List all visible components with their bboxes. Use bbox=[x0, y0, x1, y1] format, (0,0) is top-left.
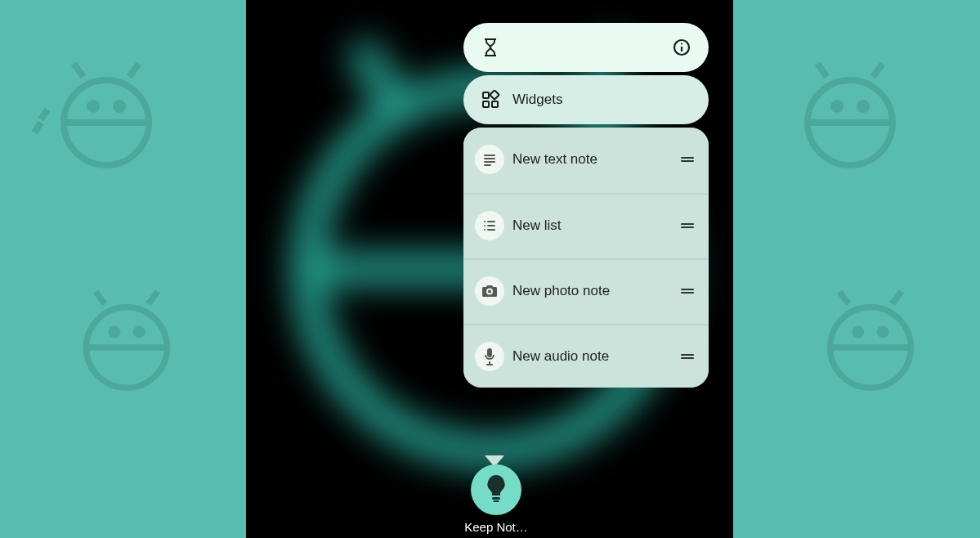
long-press-menu: Widgets New text note New list bbox=[463, 23, 709, 388]
svg-line-13 bbox=[149, 292, 158, 304]
svg-rect-33 bbox=[483, 92, 489, 98]
drag-handle-icon[interactable] bbox=[679, 221, 696, 231]
svg-point-17 bbox=[860, 103, 866, 110]
svg-point-32 bbox=[681, 43, 682, 44]
svg-rect-54 bbox=[486, 364, 493, 365]
svg-line-12 bbox=[96, 292, 105, 304]
shortcut-label: New list bbox=[512, 217, 671, 234]
svg-point-3 bbox=[116, 103, 123, 110]
text-icon bbox=[475, 145, 504, 174]
drag-handle-icon[interactable] bbox=[679, 286, 696, 296]
drag-handle-icon[interactable] bbox=[679, 155, 696, 164]
svg-line-6 bbox=[41, 110, 47, 119]
svg-point-11 bbox=[136, 329, 142, 335]
svg-line-5 bbox=[129, 64, 139, 77]
mic-icon bbox=[475, 342, 504, 371]
mascot-decoration bbox=[768, 41, 932, 204]
app-label: Keep Not… bbox=[447, 520, 545, 534]
hourglass-icon[interactable] bbox=[480, 38, 501, 57]
phone-screen: Widgets New text note New list bbox=[246, 0, 733, 538]
svg-point-22 bbox=[855, 329, 861, 335]
app-actions-row bbox=[463, 23, 709, 72]
svg-line-28 bbox=[358, 46, 399, 106]
shortcut-new-text-note[interactable]: New text note bbox=[463, 128, 709, 191]
drag-handle-icon[interactable] bbox=[679, 352, 696, 361]
svg-line-7 bbox=[34, 123, 41, 132]
shortcut-label: New photo note bbox=[512, 283, 671, 299]
svg-point-47 bbox=[484, 229, 486, 231]
svg-point-2 bbox=[90, 103, 96, 110]
mascot-decoration bbox=[793, 270, 948, 425]
shortcut-label: New text note bbox=[512, 151, 671, 168]
svg-point-43 bbox=[484, 221, 486, 222]
svg-rect-58 bbox=[494, 500, 499, 502]
svg-point-45 bbox=[484, 225, 486, 226]
svg-point-10 bbox=[111, 329, 118, 335]
shortcut-new-list[interactable]: New list bbox=[463, 193, 709, 257]
svg-line-24 bbox=[839, 292, 848, 304]
svg-line-25 bbox=[893, 292, 902, 304]
camera-icon bbox=[475, 276, 504, 306]
svg-rect-34 bbox=[483, 101, 489, 107]
info-icon[interactable] bbox=[671, 38, 692, 57]
keep-app-icon[interactable] bbox=[471, 464, 521, 515]
svg-line-4 bbox=[74, 64, 83, 77]
widgets-icon bbox=[480, 90, 501, 110]
svg-line-19 bbox=[873, 64, 883, 77]
svg-rect-53 bbox=[487, 348, 492, 357]
mascot-decoration bbox=[25, 41, 188, 204]
widgets-button[interactable]: Widgets bbox=[463, 75, 709, 124]
shortcut-new-photo-note[interactable]: New photo note bbox=[463, 258, 709, 322]
svg-point-23 bbox=[879, 329, 886, 335]
svg-rect-36 bbox=[490, 90, 499, 99]
svg-line-18 bbox=[817, 64, 827, 77]
mascot-decoration bbox=[49, 270, 204, 425]
shortcut-new-audio-note[interactable]: New audio note bbox=[463, 324, 709, 388]
list-icon bbox=[475, 211, 504, 240]
svg-point-16 bbox=[834, 103, 840, 110]
lightbulb-icon bbox=[483, 473, 509, 506]
widgets-label: Widgets bbox=[512, 92, 692, 108]
shortcut-label: New audio note bbox=[512, 348, 671, 365]
svg-rect-35 bbox=[492, 101, 498, 107]
shortcut-group: New text note New list New photo note bbox=[463, 128, 709, 388]
svg-rect-57 bbox=[492, 497, 500, 500]
